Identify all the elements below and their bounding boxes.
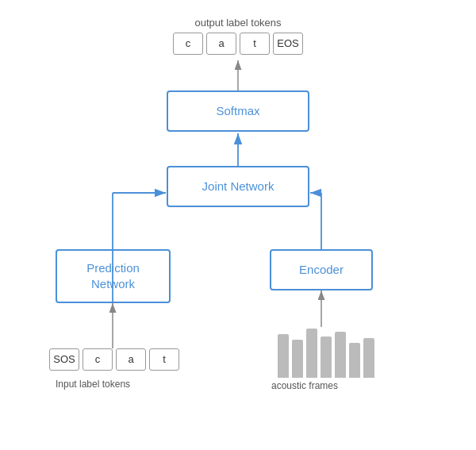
- softmax-box: Softmax: [167, 90, 309, 132]
- arrows-svg: [32, 15, 444, 436]
- input-token-row: SOS c a t: [49, 348, 179, 371]
- bar-2: [292, 340, 303, 378]
- input-token-c: c: [83, 348, 113, 371]
- output-token-a: a: [206, 33, 236, 55]
- prediction-network-box: PredictionNetwork: [56, 249, 171, 303]
- bar-1: [278, 334, 289, 378]
- output-token-c: c: [173, 33, 203, 55]
- prediction-network-label: PredictionNetwork: [86, 260, 140, 291]
- diagram: output label tokens c a t EOS Softmax Jo…: [32, 15, 444, 436]
- bar-5: [335, 332, 346, 378]
- bar-6: [349, 343, 360, 378]
- output-token-t: t: [240, 33, 270, 55]
- input-label-text: Input label tokens: [56, 379, 130, 390]
- bar-3: [306, 329, 317, 378]
- bar-4: [321, 337, 332, 378]
- output-label-text: output label tokens: [194, 17, 281, 29]
- joint-network-box: Joint Network: [167, 166, 309, 207]
- input-token-sos: SOS: [49, 348, 79, 371]
- input-token-a: a: [116, 348, 146, 371]
- encoder-box: Encoder: [270, 249, 373, 290]
- acoustic-bars: [278, 329, 374, 378]
- output-token-row: c a t EOS: [173, 33, 303, 55]
- bar-7: [363, 338, 374, 378]
- input-token-t: t: [149, 348, 179, 371]
- output-token-eos: EOS: [273, 33, 303, 55]
- acoustic-label-text: acoustic frames: [271, 380, 338, 391]
